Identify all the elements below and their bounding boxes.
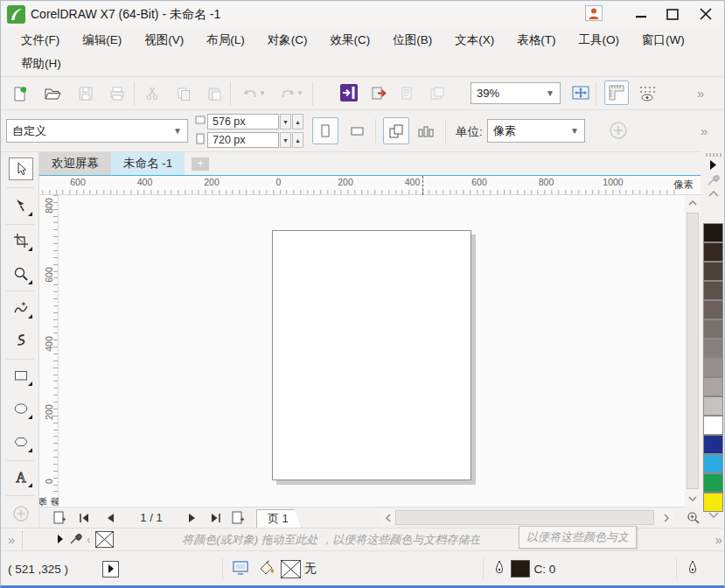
palette-flyout-button[interactable] [701,158,725,171]
export-button[interactable] [368,82,391,105]
palette-drag-grip[interactable] [706,153,722,157]
color-swatch[interactable] [703,396,723,416]
landscape-orientation-button[interactable] [345,119,370,144]
maximize-button[interactable] [659,4,686,24]
menu-view[interactable]: 视图(V) [133,28,195,52]
cut-button[interactable] [141,82,164,105]
color-swatch[interactable] [703,339,723,358]
docpalette-no-color-swatch[interactable] [95,531,114,548]
document-page[interactable] [272,230,471,480]
last-page-button[interactable] [206,509,225,527]
color-swatch[interactable] [703,454,723,473]
freehand-tool[interactable] [9,297,33,319]
color-swatch[interactable] [703,358,723,377]
menu-edit[interactable]: 编辑(E) [71,28,133,52]
palette-eyedropper-icon[interactable] [701,171,725,188]
fill-color-swatch[interactable] [281,560,301,578]
menu-table[interactable]: 表格(T) [505,28,567,52]
crop-tool[interactable] [9,229,33,252]
pick-tool[interactable] [9,158,33,180]
vertical-scrollbar[interactable] [685,195,701,507]
menu-file[interactable]: 文件(F) [10,28,71,52]
add-page-after-button[interactable] [228,509,247,527]
docpalette-eyedropper-icon[interactable] [69,531,83,548]
close-button[interactable] [693,4,719,24]
artistic-media-tool[interactable] [9,329,33,352]
polygon-tool[interactable] [9,430,33,453]
docpalette-flyout-button[interactable] [57,533,64,546]
menu-layout[interactable]: 布局(L) [195,28,256,52]
previous-page-button[interactable] [101,509,120,527]
new-document-button[interactable] [8,82,31,105]
page-1-tab[interactable]: 页 1 [256,509,302,528]
next-page-button[interactable] [183,509,202,527]
color-swatch[interactable] [703,416,723,435]
fill-bucket-icon[interactable] [258,560,275,578]
color-swatch[interactable] [703,242,723,262]
docpalette-scroll-left[interactable]: ‹ [87,534,90,546]
save-button[interactable] [74,82,97,105]
menu-effects[interactable]: 效果(C) [319,28,382,52]
redo-dropdown-arrow[interactable]: ▼ [296,89,303,97]
color-swatch[interactable] [703,473,723,493]
scroll-left-button[interactable] [380,511,396,524]
horizontal-ruler[interactable]: 60040020002004006008001000 像素 [39,176,701,195]
menu-help[interactable]: 帮助(H) [10,52,73,75]
scroll-right-button[interactable] [659,511,674,524]
open-button[interactable] [41,82,64,105]
add-page-before-button[interactable] [50,509,69,527]
ellipse-tool[interactable] [9,397,33,420]
docpalette-grip[interactable] [22,531,34,549]
docpalette-right-chevron[interactable]: » [715,532,721,547]
import-button[interactable] [338,81,360,104]
outline-pen-icon[interactable] [686,560,700,578]
units-combobox[interactable]: 像素 ▼ [487,119,585,143]
docpalette-left-chevron[interactable]: » [8,532,13,547]
page-height-field[interactable]: 720 px ▼ ▲ [207,132,303,148]
color-swatch[interactable] [703,319,723,339]
horizontal-scroll-thumb[interactable] [395,510,654,525]
show-rulers-button[interactable] [604,80,629,105]
color-swatch[interactable] [703,262,723,281]
all-pages-layout-button[interactable] [383,117,409,144]
publish-pdf-button[interactable] [396,82,419,105]
scroll-down-button[interactable] [685,491,701,507]
shape-tool[interactable] [9,194,33,217]
color-swatch[interactable] [703,435,723,454]
outline-pen-icon[interactable] [492,560,506,578]
first-page-button[interactable] [74,509,94,527]
vertical-ruler[interactable]: 8006004002000 像素 [39,195,59,507]
color-proof-monitor-icon[interactable] [232,560,249,578]
paste-button[interactable] [203,82,226,105]
menu-tools[interactable]: 工具(O) [568,28,631,52]
add-tool-button[interactable] [9,502,33,525]
outline-color-swatch[interactable] [511,560,530,578]
tab-untitled-document[interactable]: 未命名 -1 [111,152,185,175]
spin-down-button[interactable]: ▼ [280,132,291,148]
scroll-up-button[interactable] [685,195,701,211]
palette-scroll-down-button[interactable] [701,512,725,518]
menu-text[interactable]: 文本(X) [443,28,505,52]
page-preset-combobox[interactable]: 自定义 ▼ [6,119,188,143]
menu-object[interactable]: 对象(C) [256,28,319,52]
toolbar-overflow-chevron[interactable]: » [697,86,702,101]
undo-dropdown-arrow[interactable]: ▼ [259,89,266,97]
spin-up-button[interactable]: ▲ [292,132,303,148]
user-account-button[interactable] [585,5,603,24]
object-details-flyout-button[interactable] [102,561,119,578]
add-preset-button[interactable] [609,121,628,143]
navigator-zoom-button[interactable] [685,507,701,528]
drawing-canvas[interactable] [59,195,685,507]
zoom-level-combobox[interactable]: 39% ▼ [471,82,561,104]
print-button[interactable] [106,82,129,105]
copy-button[interactable] [172,82,195,105]
color-swatch[interactable] [703,493,723,512]
minimize-button[interactable] [628,4,654,24]
propbar-overflow-chevron[interactable]: » [701,123,706,138]
color-swatch[interactable] [703,377,723,396]
text-tool[interactable]: A [9,466,33,488]
palette-scroll-up-button[interactable] [701,188,725,199]
page-width-field[interactable]: 576 px ▼ ▲ [207,114,303,130]
horizontal-scrollbar[interactable] [380,510,674,525]
zoom-tool[interactable] [9,262,33,285]
